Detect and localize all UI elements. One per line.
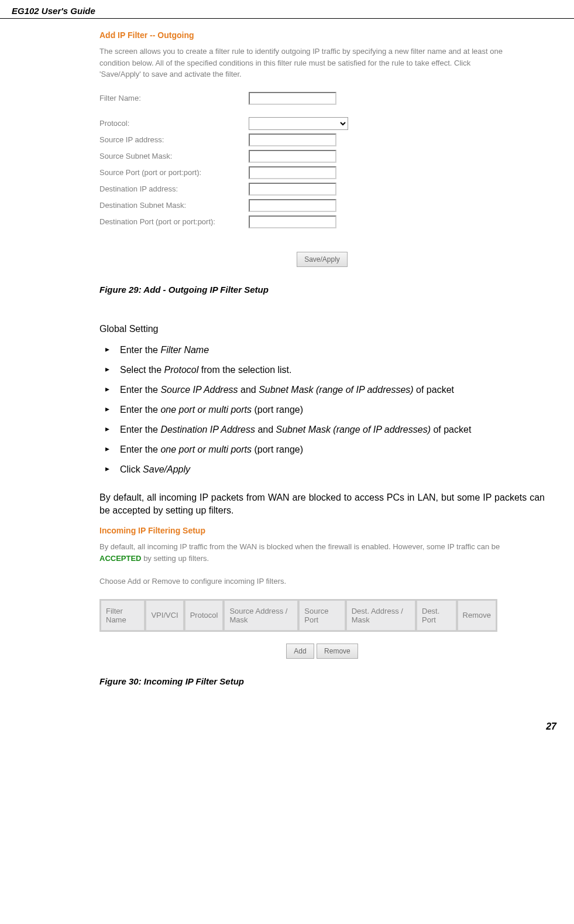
col-vpivci: VPI/VCI [146,600,183,631]
screenshot-desc-2a: By default, all incoming IP traffic from… [99,541,509,564]
col-protocol: Protocol [185,600,224,631]
list-item: Enter the Source IP Address and Subnet M… [99,383,545,397]
col-filtername: Filter Name [101,600,145,631]
label-destip: Destination IP address: [99,184,249,193]
col-sourceport: Source Port [299,600,345,631]
input-destip[interactable] [249,183,336,196]
form-row-protocol: Protocol: [99,117,545,130]
figure-caption-1: Figure 29: Add - Outgoing IP Filter Setu… [99,285,545,295]
add-button[interactable]: Add [286,644,314,659]
input-destmask[interactable] [249,199,336,212]
screenshot-title-2: Incoming IP Filtering Setup [99,526,545,535]
global-setting-list: Enter the Filter Name Select the Protoco… [99,343,545,477]
screenshot-description: The screen allows you to create a filter… [99,46,509,80]
filter-table-container: Filter Name VPI/VCI Protocol Source Addr… [99,599,545,632]
select-protocol[interactable] [249,117,348,130]
paragraph-incoming: By default, all incoming IP packets from… [99,491,545,518]
save-apply-button[interactable]: Save/Apply [297,252,348,267]
col-destport: Dest. Port [417,600,456,631]
form-row-destip: Destination IP address: [99,183,545,196]
form-row-sourceport: Source Port (port or port:port): [99,166,545,179]
header-title: EG102 User's Guide [12,6,95,16]
screenshot-desc-2b: Choose Add or Remove to configure incomi… [99,576,509,587]
inline-button-row: Add Remove [99,644,545,659]
input-sourceip[interactable] [249,134,336,146]
filter-table: Filter Name VPI/VCI Protocol Source Addr… [99,599,497,632]
form-row-sourcemask: Source Subnet Mask: [99,150,545,163]
label-sourceip: Source IP address: [99,135,249,144]
page-number: 27 [546,721,556,731]
input-filtername[interactable] [249,92,336,105]
form-row-destmask: Destination Subnet Mask: [99,199,545,212]
col-destaddr: Dest. Address / Mask [346,600,415,631]
col-sourceaddr: Source Address / Mask [224,600,298,631]
remove-button[interactable]: Remove [317,644,358,659]
label-destport: Destination Port (port or port:port): [99,217,249,226]
button-row: Save/Apply [99,252,545,267]
page-content: Add IP Filter -- Outgoing The screen all… [0,19,574,716]
accepted-text: ACCEPTED [99,554,142,563]
list-item: Enter the one port or multi ports (port … [99,443,545,457]
label-filtername: Filter Name: [99,94,249,102]
form-row-sourceip: Source IP address: [99,134,545,146]
col-remove: Remove [458,600,496,631]
list-item: Enter the Destination IP Address and Sub… [99,423,545,437]
form-row-filtername: Filter Name: [99,92,545,105]
label-sourceport: Source Port (port or port:port): [99,168,249,177]
input-destport[interactable] [249,215,336,228]
input-sourcemask[interactable] [249,150,336,163]
page-header: EG102 User's Guide [0,0,574,19]
list-item: Enter the one port or multi ports (port … [99,403,545,417]
label-protocol: Protocol: [99,119,249,128]
list-item: Select the Protocol from the selection l… [99,363,545,377]
page-footer: 27 [0,716,574,738]
figure-caption-2: Figure 30: Incoming IP Filter Setup [99,676,545,686]
screenshot-incoming-filter: Incoming IP Filtering Setup By default, … [99,526,545,659]
label-sourcemask: Source Subnet Mask: [99,152,249,160]
screenshot-title: Add IP Filter -- Outgoing [99,30,545,40]
list-item: Enter the Filter Name [99,343,545,357]
form-row-destport: Destination Port (port or port:port): [99,215,545,228]
list-item: Click Save/Apply [99,463,545,477]
input-sourceport[interactable] [249,166,336,179]
screenshot-outgoing-filter: Add IP Filter -- Outgoing The screen all… [99,30,545,267]
label-destmask: Destination Subnet Mask: [99,201,249,210]
global-setting-heading: Global Setting [99,324,545,334]
table-header-row: Filter Name VPI/VCI Protocol Source Addr… [101,600,496,631]
